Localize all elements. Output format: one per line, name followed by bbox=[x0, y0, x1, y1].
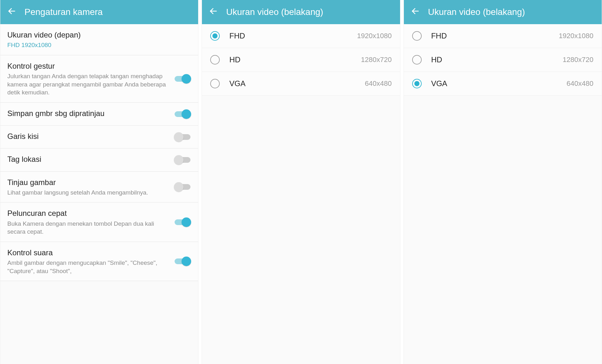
radio-resolution: 640x480 bbox=[365, 79, 391, 88]
setting-item[interactable]: Tag lokasi bbox=[0, 148, 198, 171]
radio-button[interactable] bbox=[412, 79, 422, 88]
settings-list: Ukuran video (depan)FHD 1920x1080Kontrol… bbox=[0, 24, 198, 364]
toggle-switch[interactable] bbox=[174, 257, 191, 266]
setting-title: Garis kisi bbox=[7, 131, 168, 141]
back-arrow-icon bbox=[411, 7, 420, 18]
radio-button[interactable] bbox=[412, 31, 422, 41]
back-arrow-icon bbox=[7, 7, 16, 18]
header-title: Pengaturan kamera bbox=[24, 7, 103, 17]
radio-item[interactable]: FHD1920x1080 bbox=[404, 24, 602, 48]
setting-title: Kontrol gestur bbox=[7, 61, 168, 71]
video-size-options: FHD1920x1080HD1280x720VGA640x480 bbox=[404, 24, 602, 364]
setting-item[interactable]: Simpan gmbr sbg dipratinjau bbox=[0, 103, 198, 126]
toggle-thumb bbox=[182, 217, 191, 227]
setting-text: Tag lokasi bbox=[7, 154, 168, 165]
toggle-thumb bbox=[182, 257, 191, 266]
setting-item[interactable]: Tinjau gambarLihat gambar langsung setel… bbox=[0, 172, 198, 203]
radio-resolution: 1920x1080 bbox=[559, 32, 593, 40]
setting-subtitle: FHD 1920x1080 bbox=[7, 41, 191, 49]
toggle-switch[interactable] bbox=[174, 74, 191, 84]
setting-subtitle: Julurkan tangan Anda dengan telapak tang… bbox=[7, 72, 168, 97]
setting-subtitle: Ambil gambar dengan mengucapkan "Smile",… bbox=[7, 259, 168, 275]
radio-resolution: 1920x1080 bbox=[357, 32, 392, 40]
radio-resolution: 1280x720 bbox=[361, 56, 392, 64]
toggle-thumb bbox=[182, 74, 191, 84]
setting-item[interactable]: Kontrol gesturJulurkan tangan Anda denga… bbox=[0, 55, 198, 103]
setting-text: Ukuran video (depan)FHD 1920x1080 bbox=[7, 30, 191, 49]
toggle-thumb bbox=[174, 182, 183, 192]
back-button[interactable] bbox=[410, 6, 421, 18]
setting-text: Tinjau gambarLihat gambar langsung setel… bbox=[7, 177, 168, 197]
radio-label: HD bbox=[431, 55, 553, 64]
toggle-switch[interactable] bbox=[174, 182, 191, 192]
header-bar: Pengaturan kamera bbox=[0, 0, 198, 24]
radio-label: FHD bbox=[229, 31, 347, 40]
video-size-panel: Ukuran video (belakang) FHD1920x1080HD12… bbox=[404, 0, 602, 364]
video-size-panel: Ukuran video (belakang) FHD1920x1080HD12… bbox=[202, 0, 400, 364]
radio-item[interactable]: FHD1920x1080 bbox=[202, 24, 400, 48]
header-title: Ukuran video (belakang) bbox=[226, 7, 323, 17]
radio-item[interactable]: HD1280x720 bbox=[404, 48, 602, 72]
back-arrow-icon bbox=[209, 7, 218, 18]
header-bar: Ukuran video (belakang) bbox=[202, 0, 400, 24]
radio-button[interactable] bbox=[210, 31, 220, 41]
radio-label: FHD bbox=[431, 31, 549, 40]
setting-title: Peluncuran cepat bbox=[7, 208, 168, 218]
radio-button[interactable] bbox=[210, 55, 220, 65]
toggle-switch[interactable] bbox=[174, 132, 191, 142]
setting-title: Simpan gmbr sbg dipratinjau bbox=[7, 108, 168, 118]
settings-panel: Pengaturan kamera Ukuran video (depan)FH… bbox=[0, 0, 198, 364]
radio-resolution: 1280x720 bbox=[563, 56, 593, 64]
header-title: Ukuran video (belakang) bbox=[428, 7, 525, 17]
setting-title: Ukuran video (depan) bbox=[7, 30, 191, 40]
video-size-options: FHD1920x1080HD1280x720VGA640x480 bbox=[202, 24, 400, 364]
setting-text: Simpan gmbr sbg dipratinjau bbox=[7, 108, 168, 120]
header-bar: Ukuran video (belakang) bbox=[404, 0, 602, 24]
setting-text: Peluncuran cepatBuka Kamera dengan menek… bbox=[7, 208, 168, 236]
radio-resolution: 640x480 bbox=[567, 79, 593, 88]
setting-title: Tinjau gambar bbox=[7, 177, 168, 187]
toggle-thumb bbox=[174, 155, 183, 165]
setting-text: Garis kisi bbox=[7, 131, 168, 142]
setting-text: Kontrol suaraAmbil gambar dengan menguca… bbox=[7, 248, 168, 275]
setting-title: Tag lokasi bbox=[7, 154, 168, 164]
setting-title: Kontrol suara bbox=[7, 248, 168, 258]
radio-item[interactable]: VGA640x480 bbox=[202, 72, 400, 96]
toggle-switch[interactable] bbox=[174, 155, 191, 165]
setting-subtitle: Lihat gambar langsung setelah Anda menga… bbox=[7, 189, 168, 197]
setting-text: Kontrol gesturJulurkan tangan Anda denga… bbox=[7, 61, 168, 97]
radio-label: VGA bbox=[431, 79, 557, 88]
radio-button[interactable] bbox=[210, 79, 220, 88]
setting-item[interactable]: Peluncuran cepatBuka Kamera dengan menek… bbox=[0, 203, 198, 242]
radio-item[interactable]: HD1280x720 bbox=[202, 48, 400, 72]
toggle-switch[interactable] bbox=[174, 217, 191, 227]
radio-label: HD bbox=[229, 55, 351, 64]
radio-item[interactable]: VGA640x480 bbox=[404, 72, 602, 96]
radio-label: VGA bbox=[229, 79, 355, 88]
toggle-thumb bbox=[174, 132, 183, 142]
toggle-switch[interactable] bbox=[174, 109, 191, 119]
back-button[interactable] bbox=[208, 6, 219, 18]
setting-item[interactable]: Ukuran video (depan)FHD 1920x1080 bbox=[0, 24, 198, 55]
setting-item[interactable]: Garis kisi bbox=[0, 126, 198, 148]
back-button[interactable] bbox=[6, 6, 17, 18]
toggle-thumb bbox=[182, 109, 191, 119]
radio-button[interactable] bbox=[412, 55, 422, 65]
setting-subtitle: Buka Kamera dengan menekan tombol Depan … bbox=[7, 220, 168, 236]
setting-item[interactable]: Kontrol suaraAmbil gambar dengan menguca… bbox=[0, 242, 198, 281]
